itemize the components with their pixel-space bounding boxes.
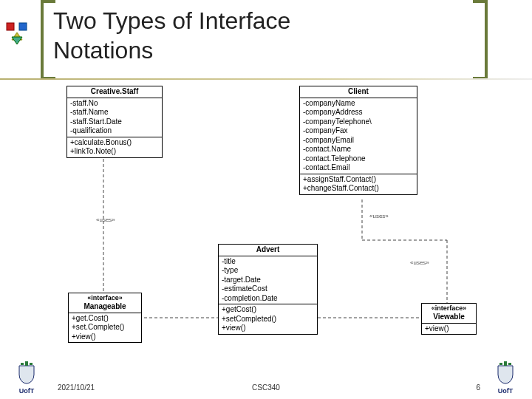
svg-rect-10 — [25, 361, 28, 366]
brand-text: UofT — [13, 387, 40, 395]
uml-title: Advert — [219, 245, 317, 256]
uml-title: Client — [300, 86, 417, 98]
svg-marker-3 — [12, 37, 22, 44]
uses-label-3: «uses» — [410, 259, 429, 266]
uml-class-advert: Advert -title -type -target.Date -estima… — [218, 244, 318, 335]
bracket-right — [473, 0, 488, 80]
uml-interface-manageable: «interface» Manageable +get.Cost() +set.… — [68, 293, 142, 343]
uml-class-client: Client -companyName -companyAddress -com… — [299, 86, 417, 195]
uml-operations: +calculate.Bonus() +linkTo.Note() — [67, 137, 162, 157]
footer-date: 2021/10/21 — [58, 383, 95, 392]
crest-right: UofT — [492, 361, 519, 395]
uml-operations: +getCost() +setCompleted() +view() — [219, 304, 317, 334]
svg-rect-0 — [7, 23, 14, 30]
uml-attributes: -companyName -companyAddress -companyTel… — [300, 98, 417, 174]
svg-rect-14 — [499, 363, 502, 365]
uses-label-2: «uses» — [369, 213, 389, 219]
uml-operations: +assignStaff.Contact() +changeStaff.Cont… — [300, 174, 417, 194]
page-title: Two Types of Interface Notations — [53, 6, 290, 65]
brand-text: UofT — [492, 387, 519, 395]
crest-left: UofT — [13, 361, 40, 395]
divider — [0, 78, 532, 80]
uml-diagram: «uses» «uses» «uses» Creative.Staff -sta… — [0, 81, 532, 369]
uml-title: Creative.Staff — [67, 86, 162, 98]
footer-course: CSC340 — [252, 383, 280, 392]
uses-label-1: «uses» — [96, 216, 115, 223]
svg-rect-1 — [19, 23, 27, 30]
uml-attributes: -staff.No -staff.Name -staff.Start.Date … — [67, 98, 162, 137]
svg-rect-12 — [30, 363, 33, 365]
deco-icon — [6, 22, 28, 47]
uml-title: «interface» Viewable — [422, 304, 476, 324]
svg-rect-11 — [21, 363, 24, 365]
uml-operations: +get.Cost() +set.Complete() +view() — [69, 313, 141, 343]
uml-interface-viewable: «interface» Viewable +view() — [421, 303, 477, 335]
uml-class-creative-staff: Creative.Staff -staff.No -staff.Name -st… — [66, 86, 163, 158]
svg-rect-15 — [508, 363, 511, 365]
uml-title: «interface» Manageable — [69, 293, 141, 313]
footer-page: 6 — [476, 383, 480, 392]
uml-operations: +view() — [422, 324, 476, 335]
svg-rect-13 — [504, 361, 507, 366]
uml-attributes: -title -type -target.Date -estimateCost … — [219, 256, 317, 305]
